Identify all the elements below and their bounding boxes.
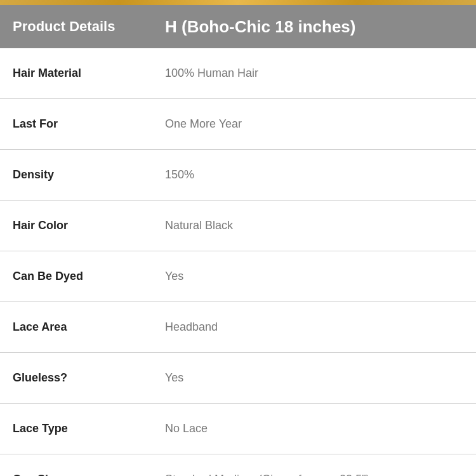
row-label: Cap Size (13, 473, 165, 476)
table-row: Density150% (0, 150, 476, 201)
table-row: Glueless?Yes (0, 353, 476, 404)
header-row: Product Details H (Boho-Chic 18 inches) (0, 5, 476, 48)
table-row: Hair Material100% Human Hair (0, 48, 476, 99)
table-row: Last ForOne More Year (0, 99, 476, 150)
row-label: Can Be Dyed (13, 270, 165, 283)
row-value: Standard Medium (Circumference 22.5") (165, 473, 463, 476)
details-table: Hair Material100% Human HairLast ForOne … (0, 48, 476, 476)
header-label: Product Details (13, 18, 165, 35)
row-label: Density (13, 168, 165, 182)
header-value: H (Boho-Chic 18 inches) (165, 17, 463, 37)
row-value: Yes (165, 270, 463, 283)
row-value: 150% (165, 168, 463, 182)
row-value: 100% Human Hair (165, 67, 463, 80)
table-row: Cap SizeStandard Medium (Circumference 2… (0, 454, 476, 476)
table-row: Can Be DyedYes (0, 251, 476, 302)
row-label: Hair Color (13, 219, 165, 232)
table-row: Hair ColorNatural Black (0, 201, 476, 251)
row-label: Last For (13, 117, 165, 131)
top-bar (0, 0, 476, 5)
table-row: Lace TypeNo Lace (0, 404, 476, 454)
row-value: Headband (165, 321, 463, 334)
row-label: Lace Type (13, 422, 165, 435)
table-row: Lace AreaHeadband (0, 302, 476, 353)
row-label: Hair Material (13, 67, 165, 80)
row-value: No Lace (165, 422, 463, 435)
row-value: Natural Black (165, 219, 463, 232)
row-label: Lace Area (13, 321, 165, 334)
row-label: Glueless? (13, 371, 165, 385)
row-value: One More Year (165, 117, 463, 131)
row-value: Yes (165, 371, 463, 385)
